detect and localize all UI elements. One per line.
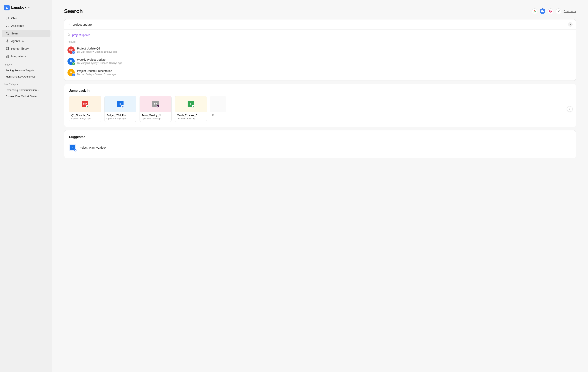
svg-line-9 [70,25,70,25]
google-drive-icon[interactable] [532,8,537,14]
result-3-title: Project Update Presentation [77,69,573,73]
jump-card-2-body: Budget_2024_Pro... Opened 5 days ago [105,112,136,122]
result-3-meta: By Linn Fortey • Opened 5 days ago [77,73,573,76]
sidebar-item-expanding-comm[interactable]: Expanding Communication... [2,87,51,93]
slack-badge: # [156,105,159,107]
search-result-2[interactable]: D Weekly Project Update By Morgan Laysle… [64,56,576,67]
drive-badge [86,105,89,107]
today-chevron-icon: ▾ [11,64,12,66]
result-2-avatar: D [67,58,75,65]
jump-card-march-expense[interactable]: S March_Expense_R... Opened 4 days ago [175,96,207,122]
search-input-row: ✕ [64,20,576,30]
sidebar-integrations-label: Integrations [11,55,26,58]
svg-point-10 [68,34,70,35]
notion-icon[interactable]: ✕ [556,8,561,14]
page-header: Search [64,8,576,14]
search-suggestion-item[interactable]: project update [64,31,576,39]
svg-point-8 [68,23,70,25]
prompt-icon [6,47,9,51]
sidebar-item-setting-revenue[interactable]: Setting Revenue Targets [2,67,51,73]
jump-card-3-preview: TXT # [140,96,171,112]
jump-card-5-body: R... [210,112,226,119]
svg-line-11 [69,35,70,36]
result-1-meta: By Max Mayer • Opened 10 days ago [77,51,573,53]
jump-card-1-meta: Opened 3 days ago [71,117,99,120]
sidebar-item-chat[interactable]: Chat [2,15,51,22]
sidebar-item-integrations[interactable]: Integrations [2,53,51,60]
logo-icon: L [4,5,10,11]
cloud-icon[interactable] [540,8,545,14]
customize-link[interactable]: Customize [564,10,576,13]
svg-line-2 [8,34,9,35]
search-suggestion-text: project update [72,33,90,37]
app-name: Langdock [11,6,26,10]
chat-icon [6,16,9,20]
jump-back-scroll: PDF Q1_Financial_Rep... Opened 3 days ag… [69,96,571,122]
jump-card-3-meta: Opened 4 days ago [142,117,169,120]
page-title: Search [64,8,83,14]
jump-card-4-preview: S [175,96,207,112]
sidebar-item-connectflex[interactable]: ConnectFlex Market Strate... [2,93,51,99]
today-section-label: Today ▾ [0,60,52,67]
svg-rect-7 [6,56,7,57]
result-3-badge [72,73,75,76]
sidebar-assistants-label: Assistants [11,24,24,27]
svg-marker-3 [6,40,9,42]
jump-card-budget-2024[interactable]: D Budget_2024_Pro... Opened 5 days ago [104,96,136,122]
jump-card-q1-financial[interactable]: PDF Q1_Financial_Rep... Opened 3 days ag… [69,96,101,122]
jump-card-5-preview [210,96,226,112]
result-2-info: Weekly Project Update By Morgan Laysley … [77,58,573,64]
drive-badge-2 [192,105,194,107]
sidebar-item-assistants[interactable]: Assistants [2,22,51,30]
search-clear-button[interactable]: ✕ [568,22,573,27]
result-2-badge [72,62,75,65]
jump-card-1-body: Q1_Financial_Rep... Opened 3 days ago [69,112,101,122]
search-result-1[interactable]: PDF Project Update Q3 By Max Mayer • Ope… [64,44,576,56]
slack-icon[interactable] [548,8,553,14]
result-3-info: Project Update Presentation By Linn Fort… [77,69,573,76]
svg-rect-5 [8,55,9,56]
jump-card-2-icon: D [117,101,124,107]
sidebar-chat-label: Chat [11,17,17,20]
result-3-avatar: P [67,69,75,76]
jump-card-1-preview: PDF [69,96,101,112]
suggested-item-icon: D [69,144,76,151]
results-label: Results [64,39,576,44]
last7-chevron-icon: ▾ [17,83,18,85]
cloud-badge [121,105,124,107]
jump-card-4-body: March_Expense_R... Opened 4 days ago [175,112,207,122]
header-integrations: ✕ Customize [532,8,576,14]
assistants-icon [6,24,9,28]
jump-back-title: Jump back in [69,89,571,93]
jump-card-3-icon: TXT # [152,101,159,107]
sidebar-item-search[interactable]: Search [2,30,51,37]
sidebar-item-identifying-audiences[interactable]: Identifying Key Audiences [2,74,51,80]
sidebar-item-prompt-library[interactable]: Prompt library [2,45,51,52]
jump-back-next-button[interactable]: › [567,106,573,112]
main-content: Search [52,0,588,372]
jump-card-3-name: Team_Meeting_N... [142,114,169,117]
jump-card-1-name: Q1_Financial_Rep... [71,114,99,117]
search-dropdown: project update Results PDF Project Updat… [64,30,576,81]
logo-button[interactable]: L Langdock ▾ [0,3,52,14]
agents-arrow-icon: ▶ [22,40,24,42]
sidebar: L Langdock ▾ Chat Assistants Search [0,0,52,372]
suggested-item-project-plan[interactable]: D Project_Plan_V2.docx [69,142,571,153]
svg-rect-4 [6,55,7,56]
jump-back-wrapper: PDF Q1_Financial_Rep... Opened 3 days ag… [69,96,571,122]
logo-chevron-icon: ▾ [28,7,30,9]
suggested-title: Suggested [69,135,571,139]
search-box: ✕ project update Results PDF [64,19,576,81]
jump-card-2-meta: Opened 5 days ago [106,117,134,120]
search-input[interactable] [73,23,566,26]
sidebar-search-label: Search [11,32,20,35]
sidebar-item-agents[interactable]: Agents ▶ [2,37,51,45]
search-result-3[interactable]: P Project Update Presentation By Linn Fo… [64,67,576,78]
jump-card-team-meeting[interactable]: TXT # Team_Meeting_N... Opened 4 days ag… [139,96,172,122]
svg-point-1 [6,32,8,34]
jump-card-3-body: Team_Meeting_N... Opened 4 days ago [140,112,171,122]
result-2-title: Weekly Project Update [77,58,573,61]
suggested-item-cloud-badge [74,149,77,152]
jump-card-4-icon: S [188,101,194,107]
result-1-badge [72,51,75,54]
